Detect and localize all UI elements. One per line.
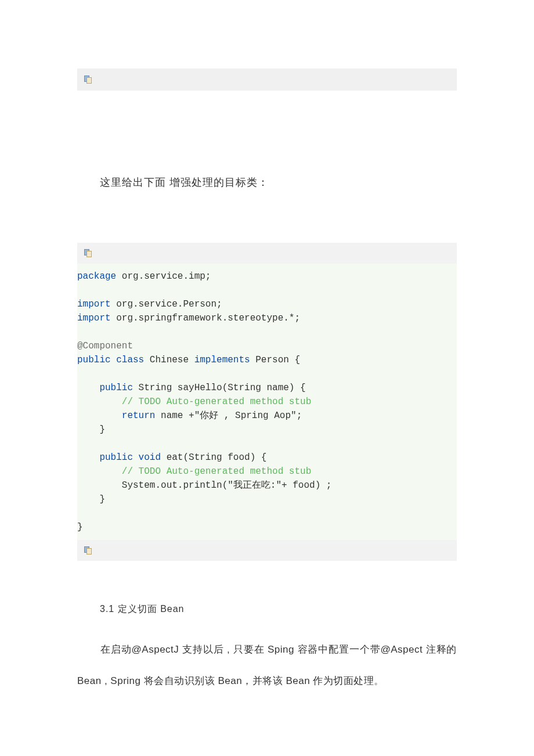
- keyword-class: class: [111, 355, 145, 365]
- code-block: package org.service.imp; import org.serv…: [77, 243, 457, 561]
- section-heading: 3.1 定义切面 Bean: [100, 603, 185, 615]
- comment: // TODO Auto-generated method stub: [77, 466, 311, 477]
- keyword-void: void: [133, 452, 161, 463]
- keyword-import: import: [77, 313, 111, 323]
- annotation: @Component: [77, 341, 133, 351]
- code-text: System.out.println("我正在吃:"+ food) ;: [77, 480, 331, 491]
- code-text: Chinese: [144, 355, 194, 365]
- code-text: eat(String food) {: [161, 452, 266, 463]
- keyword-return: return: [77, 411, 155, 421]
- keyword-public: public: [77, 355, 111, 365]
- copy-icon[interactable]: [84, 249, 92, 257]
- code-text: name +"你好 , Spring Aop";: [155, 411, 302, 421]
- code-footer: [77, 540, 457, 561]
- code-text: }: [77, 424, 105, 435]
- body-paragraph: 在启动@AspectJ 支持以后 , 只要在 Sping 容器中配置一个带@As…: [77, 634, 457, 697]
- comment: // TODO Auto-generated method stub: [77, 397, 311, 407]
- copy-icon[interactable]: [84, 546, 92, 555]
- code-text: Person {: [250, 355, 300, 365]
- code-text: org.service.imp;: [116, 271, 211, 282]
- code-header: [77, 243, 457, 264]
- keyword-public: public: [77, 452, 133, 463]
- code-body: package org.service.imp; import org.serv…: [77, 264, 457, 540]
- top-toolbar: [77, 69, 457, 91]
- code-text: String sayHello(String name) {: [133, 383, 306, 393]
- intro-paragraph: 这里给出下面 增强处理的目标类：: [100, 175, 269, 189]
- copy-icon[interactable]: [84, 75, 92, 84]
- keyword-import: import: [77, 299, 111, 309]
- code-text: }: [77, 494, 105, 505]
- keyword-package: package: [77, 271, 116, 282]
- code-text: }: [77, 522, 83, 532]
- code-text: org.service.Person;: [111, 299, 222, 309]
- code-text: org.springframework.stereotype.*;: [111, 313, 300, 323]
- keyword-implements: implements: [194, 355, 250, 365]
- keyword-public: public: [77, 383, 133, 393]
